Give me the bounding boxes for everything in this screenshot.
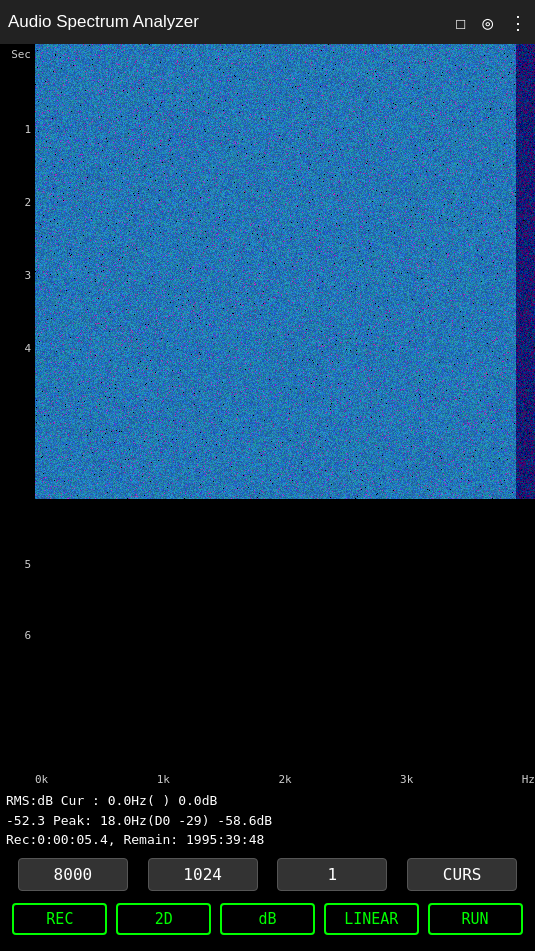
fft-size-button[interactable]: 1024 (148, 858, 258, 891)
y-axis-spectrogram: Sec 1 2 3 4 (0, 44, 35, 499)
y-label-4: 4 (0, 342, 35, 355)
linear-button[interactable]: LINEAR (324, 903, 419, 935)
db-button[interactable]: dB (220, 903, 315, 935)
title-icon-group: ☐ ◎ ⋮ (455, 12, 527, 33)
spectrogram-canvas (35, 44, 535, 499)
status-line-1: RMS:dB Cur : 0.0Hz( ) 0.0dB (6, 791, 529, 811)
controls-row2: REC 2D dB LINEAR RUN (0, 897, 535, 941)
y-label-1: 1 (0, 123, 35, 136)
status-line-2: -52.3 Peak: 18.0Hz(D0 -29) -58.6dB (6, 811, 529, 831)
fullscreen-icon[interactable]: ☐ (455, 12, 466, 33)
controls-row1: 8000 1024 1 CURS (0, 852, 535, 897)
app-title: Audio Spectrum Analyzer (8, 12, 199, 32)
x-label-3k: 3k (400, 773, 413, 786)
run-button[interactable]: RUN (428, 903, 523, 935)
x-label-1k: 1k (157, 773, 170, 786)
status-bar: RMS:dB Cur : 0.0Hz( ) 0.0dB -52.3 Peak: … (0, 789, 535, 852)
y-axis-waveform: 5 6 (0, 499, 35, 769)
y-label-5: 5 (0, 558, 35, 571)
status-line-3: Rec:0:00:05.4, Remain: 1995:39:48 (6, 830, 529, 850)
channel-button[interactable]: 1 (277, 858, 387, 891)
rec-button[interactable]: REC (12, 903, 107, 935)
y-sec-label: Sec (0, 48, 35, 61)
x-label-2k: 2k (278, 773, 291, 786)
sample-rate-button[interactable]: 8000 (18, 858, 128, 891)
y-label-6: 6 (0, 629, 35, 642)
x-label-0k: 0k (35, 773, 48, 786)
waveform-container: 5 6 (0, 499, 535, 769)
title-bar: Audio Spectrum Analyzer ☐ ◎ ⋮ (0, 0, 535, 44)
y-label-3: 3 (0, 269, 35, 282)
spectrogram-container: Sec 1 2 3 4 (0, 44, 535, 499)
y-label-2: 2 (0, 196, 35, 209)
curs-button[interactable]: CURS (407, 858, 517, 891)
x-label-hz: Hz (522, 773, 535, 786)
2d-button[interactable]: 2D (116, 903, 211, 935)
more-icon[interactable]: ⋮ (509, 12, 527, 33)
x-axis-inner: 0k 1k 2k 3k Hz (35, 773, 535, 786)
camera-icon[interactable]: ◎ (482, 12, 493, 33)
x-axis: 0k 1k 2k 3k Hz (0, 769, 535, 789)
